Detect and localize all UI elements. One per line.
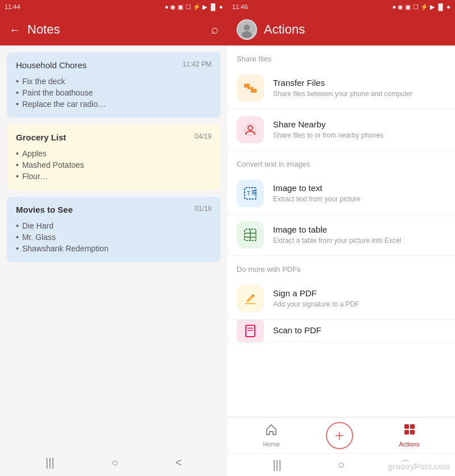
list-item: Apples <box>16 148 212 159</box>
note-title-movies: Movies to See <box>16 205 73 214</box>
action-share-nearby[interactable]: Share Nearby Share files to or from near… <box>228 109 455 151</box>
actions-nav-label: Actions <box>399 441 419 448</box>
svg-point-1 <box>244 24 250 31</box>
sign-pdf-title: Sign a PDF <box>273 288 446 298</box>
note-title-household: Household Chores <box>16 60 86 70</box>
note-items-movies: Die Hard Mr. Glass Shawshank Redemption <box>16 220 212 254</box>
notes-title: Notes <box>27 22 60 37</box>
svg-point-5 <box>248 126 253 130</box>
list-item: Paint the boathouse <box>16 87 212 98</box>
note-date-household: 11:42 PM <box>183 60 212 68</box>
right-menu-gesture-icon: ||| <box>272 458 282 471</box>
section-convert-label: Convert text in images <box>228 151 455 173</box>
left-panel: 11:44 ● ◉ ▣ ☐ ⚡ ▶ ▐▌ ● ← Notes ⌕ Househo… <box>0 0 228 476</box>
image-to-table-desc: Extract a table from your picture into E… <box>273 236 446 246</box>
notes-list: Household Chores 11:42 PM Fix the deck P… <box>0 45 228 449</box>
share-nearby-text: Share Nearby Share files to or from near… <box>273 119 446 140</box>
sign-pdf-desc: Add your signature to a PDF <box>273 300 446 309</box>
image-to-text-desc: Extract text from your picture <box>273 194 446 204</box>
left-time: 11:44 <box>5 3 20 10</box>
list-item: Mr. Glass <box>16 231 212 243</box>
action-image-to-table[interactable]: Image to table Extract a table from your… <box>228 214 455 256</box>
list-item: Die Hard <box>16 220 212 231</box>
sign-pdf-icon-wrap <box>237 285 264 312</box>
right-home-gesture-icon: ○ <box>338 458 345 471</box>
scan-pdf-text: Scan to PDF <box>273 325 446 337</box>
svg-text:T: T <box>247 191 250 197</box>
action-scan-pdf[interactable]: Scan to PDF <box>228 320 455 342</box>
actions-title: Actions <box>264 22 305 37</box>
note-date-grocery: 04/19 <box>195 133 212 140</box>
svg-rect-20 <box>404 424 409 429</box>
transfer-files-title: Transfer Files <box>273 78 446 88</box>
avatar <box>237 19 257 40</box>
transfer-files-text: Transfer Files Share files between your … <box>273 78 446 99</box>
home-nav-icon <box>265 423 278 438</box>
transfer-icon <box>243 81 258 96</box>
list-item: Replace the car radio… <box>16 98 212 110</box>
back-icon[interactable]: ← <box>9 23 20 36</box>
search-icon[interactable]: ⌕ <box>211 22 218 37</box>
left-header-left: ← Notes <box>9 22 211 37</box>
svg-rect-4 <box>251 89 257 93</box>
sign-pdf-text: Sign a PDF Add your signature to a PDF <box>273 288 446 309</box>
section-share-files-label: Share files <box>228 45 455 68</box>
list-item: Flour… <box>16 171 212 182</box>
svg-rect-23 <box>410 430 415 434</box>
right-nav-bar: Home + Actions <box>228 417 455 453</box>
note-header-household: Household Chores 11:42 PM <box>16 60 212 70</box>
action-transfer-files[interactable]: Transfer Files Share files between your … <box>228 68 455 109</box>
add-button[interactable]: + <box>326 422 353 449</box>
list-item: Fix the deck <box>16 76 212 87</box>
image-to-text-title: Image to text <box>273 183 446 193</box>
image-to-table-icon <box>243 227 258 242</box>
image-to-text-icon: T <box>243 186 258 201</box>
note-card-grocery[interactable]: Grocery List 04/19 Apples Mashed Potatoe… <box>7 125 221 190</box>
right-gesture-nav: ||| ○ ⌒ <box>228 453 455 476</box>
home-nav-label: Home <box>263 441 279 448</box>
image-to-text-icon-wrap: T <box>237 180 264 207</box>
add-icon: + <box>334 427 344 445</box>
left-header: ← Notes ⌕ <box>0 14 228 45</box>
scan-pdf-title: Scan to PDF <box>273 325 446 335</box>
svg-rect-17 <box>246 325 255 337</box>
image-to-table-title: Image to table <box>273 225 446 234</box>
note-items-grocery: Apples Mashed Potatoes Flour… <box>16 148 212 182</box>
sign-pdf-icon <box>243 291 258 306</box>
actions-content: Share files Transfer Files Share files b… <box>228 45 455 417</box>
scan-pdf-icon <box>243 324 258 338</box>
right-status-icons: ● ◉ ▣ ☐ ⚡ ▶ ▐▌ ● <box>392 3 450 11</box>
scan-pdf-icon-wrap <box>237 320 264 342</box>
section-pdf-label: Do more with PDFs <box>228 256 455 278</box>
right-back-gesture-icon: ⌒ <box>401 459 410 471</box>
home-gesture-icon: ○ <box>111 456 118 469</box>
left-status-bar: 11:44 ● ◉ ▣ ☐ ⚡ ▶ ▐▌ ● <box>0 0 228 14</box>
image-to-table-text: Image to table Extract a table from your… <box>273 225 446 246</box>
share-nearby-desc: Share files to or from nearby phones <box>273 131 446 140</box>
list-item: Mashed Potatoes <box>16 159 212 171</box>
svg-rect-3 <box>244 84 250 88</box>
actions-nav-icon <box>403 423 416 438</box>
left-status-icons: ● ◉ ▣ ☐ ⚡ ▶ ▐▌ ● <box>165 3 223 11</box>
note-card-household[interactable]: Household Chores 11:42 PM Fix the deck P… <box>7 52 221 118</box>
image-to-table-icon-wrap <box>237 221 264 249</box>
svg-rect-22 <box>404 430 409 434</box>
nav-item-home[interactable]: Home <box>256 421 286 450</box>
right-time: 11:46 <box>232 3 248 10</box>
note-items-household: Fix the deck Paint the boathouse Replace… <box>16 76 212 110</box>
right-header-left: Actions <box>237 19 446 40</box>
image-to-text-text: Image to text Extract text from your pic… <box>273 183 446 204</box>
note-title-grocery: Grocery List <box>16 133 66 142</box>
note-header-movies: Movies to See 01/18 <box>16 205 212 214</box>
action-image-to-text[interactable]: T Image to text Extract text from your p… <box>228 173 455 214</box>
right-header: Actions <box>228 14 455 45</box>
svg-rect-21 <box>410 424 415 429</box>
svg-point-2 <box>242 31 252 38</box>
note-card-movies[interactable]: Movies to See 01/18 Die Hard Mr. Glass S… <box>7 197 221 262</box>
nav-item-actions[interactable]: Actions <box>392 421 426 450</box>
share-nearby-title: Share Nearby <box>273 119 446 129</box>
action-sign-pdf[interactable]: Sign a PDF Add your signature to a PDF <box>228 278 455 320</box>
left-gesture-nav: ||| ○ < <box>0 449 228 476</box>
back-gesture-icon: < <box>175 456 182 469</box>
note-date-movies: 01/18 <box>195 205 212 213</box>
